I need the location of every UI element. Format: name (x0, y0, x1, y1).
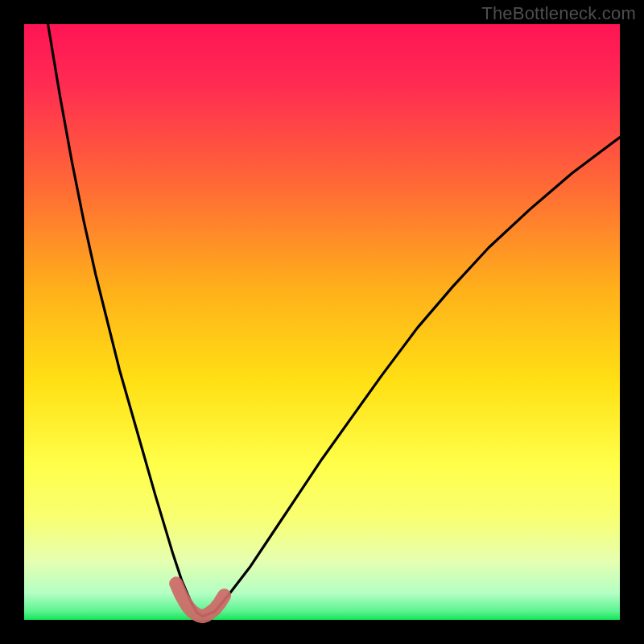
bottleneck-chart (0, 0, 644, 644)
chart-frame: TheBottleneck.com (0, 0, 644, 644)
chart-background (24, 24, 620, 620)
watermark-text: TheBottleneck.com (481, 3, 636, 24)
